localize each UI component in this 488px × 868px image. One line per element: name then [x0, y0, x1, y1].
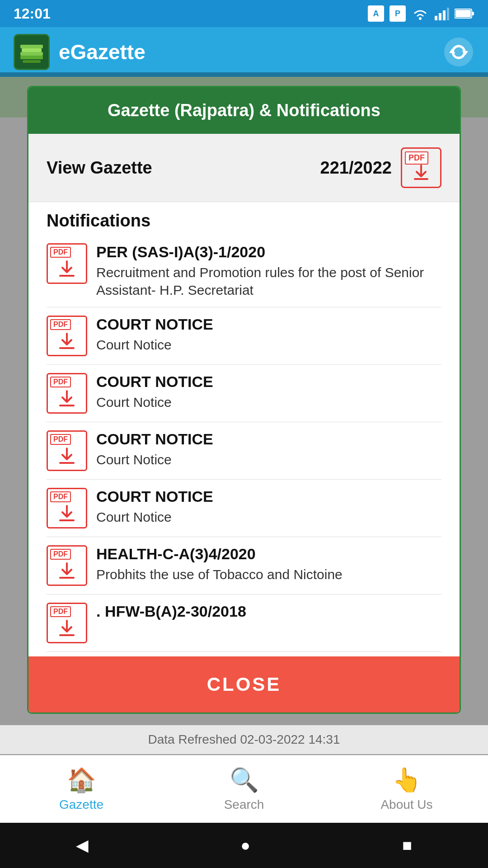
notif-desc-1: Court Notice — [96, 336, 441, 354]
pdf-tag-0: PDF — [50, 247, 71, 258]
nav-item-aboutus[interactable]: 👆 About Us — [325, 766, 488, 812]
view-gazette-label: View Gazette — [47, 158, 152, 178]
svg-rect-12 — [23, 60, 41, 63]
notif-title-3: COURT NOTICE — [96, 430, 441, 448]
notification-item: PDF COURT NOTICE Court Notice — [47, 480, 441, 537]
notifications-title: Notifications — [47, 211, 441, 231]
pdf-tag-1: PDF — [50, 319, 71, 330]
notif-text-4: COURT NOTICE Court Notice — [96, 488, 441, 526]
svg-rect-9 — [20, 56, 43, 59]
notif-text-1: COURT NOTICE Court Notice — [96, 316, 441, 354]
svg-rect-4 — [447, 8, 449, 20]
modal-overlay: Gazette (Rajpatra) & Notifications View … — [0, 72, 488, 778]
search-icon: 🔍 — [230, 766, 259, 794]
pdf-icon-3[interactable]: PDF — [47, 430, 87, 471]
notif-text-0: PER (SAS-I)A(3)-1/2020 Recruitment and P… — [96, 243, 441, 299]
gazette-pdf-download-button[interactable]: PDF — [401, 147, 441, 188]
notif-title-1: COURT NOTICE — [96, 316, 441, 333]
status-time: 12:01 — [14, 5, 51, 22]
notification-item: PDF HEALTH-C-A(3)4/2020 Probhits the use… — [47, 537, 441, 594]
notif-desc-2: Court Notice — [96, 393, 441, 411]
svg-rect-1 — [435, 16, 437, 20]
pdf-tag-6: PDF — [50, 606, 71, 617]
notif-desc-0: Recruitment and Promotion rules for the … — [96, 264, 441, 299]
app-logo — [14, 34, 50, 70]
status-bar: 12:01 A P — [0, 0, 488, 27]
pdf-icon-1[interactable]: PDF — [47, 316, 87, 356]
battery-icon — [455, 8, 474, 19]
refresh-icon — [443, 36, 474, 68]
pdf-icon-0[interactable]: PDF — [47, 243, 87, 284]
download-arrow-icon — [56, 502, 77, 523]
system-nav-bar: ◀ ● ■ — [0, 823, 488, 868]
notification-item: PDF COURT NOTICE Court Notice — [47, 422, 441, 480]
recent-button[interactable]: ■ — [402, 836, 412, 855]
pdf-icon-4[interactable]: PDF — [47, 488, 87, 528]
download-arrow-icon — [56, 387, 77, 408]
notif-text-6: . HFW-B(A)2-30/2018 — [96, 603, 441, 623]
nav-item-gazette[interactable]: 🏠 Gazette — [0, 766, 163, 812]
notif-title-5: HEALTH-C-A(3)4/2020 — [96, 545, 441, 563]
notif-text-3: COURT NOTICE Court Notice — [96, 430, 441, 468]
svg-rect-7 — [455, 10, 471, 17]
notifications-section: Notifications PDF PER (SAS-I)A(3)-1/2020… — [28, 202, 460, 652]
svg-rect-10 — [22, 48, 42, 52]
download-arrow-icon — [56, 258, 77, 278]
data-refresh-text: Data Refreshed 02-03-2022 14:31 — [0, 725, 488, 754]
notif-desc-4: Court Notice — [96, 508, 441, 526]
notif-title-0: PER (SAS-I)A(3)-1/2020 — [96, 243, 441, 261]
status-icon-p: P — [389, 5, 406, 22]
app-title: eGazette — [59, 40, 145, 64]
gazette-number: 221/2022 — [320, 158, 392, 178]
pdf-icon-6[interactable]: PDF — [47, 603, 87, 643]
close-button-label: CLOSE — [207, 674, 282, 695]
notif-text-2: COURT NOTICE Court Notice — [96, 373, 441, 411]
pdf-icon-5[interactable]: PDF — [47, 545, 87, 586]
nav-item-search[interactable]: 🔍 Search — [163, 766, 325, 812]
svg-rect-11 — [20, 45, 43, 48]
modal-title: Gazette (Rajpatra) & Notifications — [108, 101, 380, 120]
download-arrow-icon — [56, 560, 77, 580]
aboutus-icon: 👆 — [392, 766, 422, 794]
modal-dialog: Gazette (Rajpatra) & Notifications View … — [27, 86, 461, 714]
refresh-button[interactable] — [443, 36, 474, 68]
notification-item: PDF . HFW-B(A)2-30/2018 — [47, 594, 441, 652]
download-arrow-icon — [56, 617, 77, 638]
notif-desc-3: Court Notice — [96, 451, 441, 468]
home-icon: 🏠 — [67, 766, 96, 794]
svg-rect-6 — [472, 12, 474, 15]
pdf-tag-4: PDF — [50, 491, 71, 502]
notification-item: PDF COURT NOTICE Court Notice — [47, 365, 441, 422]
notif-text-5: HEALTH-C-A(3)4/2020 Probhits the use of … — [96, 545, 441, 583]
bottom-nav: 🏠 Gazette 🔍 Search 👆 About Us — [0, 755, 488, 823]
notif-title-6: . HFW-B(A)2-30/2018 — [96, 603, 441, 620]
app-bar-left: eGazette — [14, 34, 145, 70]
app-bar: eGazette — [0, 27, 488, 77]
notif-desc-5: Probhits the use of Tobacco and Nictoine — [96, 566, 441, 583]
download-icon — [411, 162, 431, 182]
pdf-icon-2[interactable]: PDF — [47, 373, 87, 414]
svg-rect-8 — [20, 52, 43, 56]
notif-title-4: COURT NOTICE — [96, 488, 441, 505]
wifi-icon — [411, 7, 429, 20]
view-gazette-right: 221/2022 PDF — [320, 147, 442, 188]
close-button[interactable]: CLOSE — [28, 656, 460, 712]
pdf-tag-2: PDF — [50, 377, 71, 387]
pdf-label: PDF — [405, 151, 428, 165]
svg-rect-3 — [443, 10, 446, 20]
home-button[interactable]: ● — [240, 836, 250, 855]
svg-point-0 — [419, 17, 422, 20]
pdf-tag-3: PDF — [50, 434, 71, 445]
logo-icon — [18, 38, 45, 66]
nav-label-search: Search — [224, 797, 264, 812]
nav-label-aboutus: About Us — [380, 797, 432, 812]
notifications-list: PDF PER (SAS-I)A(3)-1/2020 Recruitment a… — [47, 235, 441, 652]
notification-item: PDF COURT NOTICE Court Notice — [47, 307, 441, 365]
svg-rect-2 — [439, 13, 441, 20]
back-button[interactable]: ◀ — [76, 836, 89, 855]
status-icons: A P — [368, 5, 474, 22]
nav-label-gazette: Gazette — [59, 797, 103, 812]
pdf-tag-5: PDF — [50, 549, 71, 560]
download-arrow-icon — [56, 445, 77, 466]
svg-point-13 — [444, 38, 473, 66]
